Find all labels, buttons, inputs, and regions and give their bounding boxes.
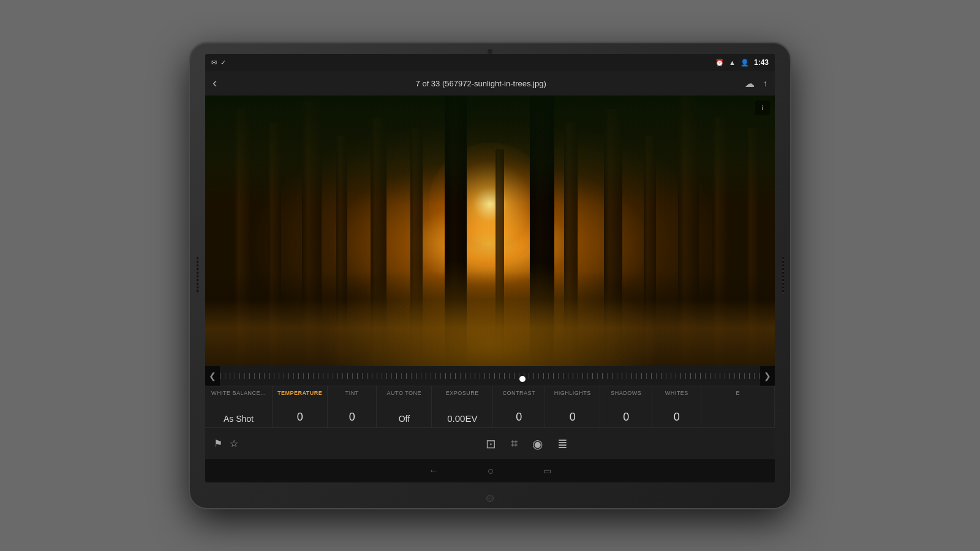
- adj-tint[interactable]: TINT 0: [328, 386, 377, 427]
- time-display: 1:43: [754, 58, 769, 67]
- status-bar-left: ✉ ✓: [211, 59, 226, 67]
- android-nav-bar: ← ○ ▭: [205, 459, 775, 482]
- filmstrip-track[interactable]: [220, 366, 760, 386]
- android-recents-button[interactable]: ▭: [543, 466, 551, 476]
- toolbar-left: ⚑ ☆: [205, 438, 279, 449]
- star-button[interactable]: ☆: [230, 438, 238, 449]
- filmstrip-next-button[interactable]: ❯: [760, 366, 775, 386]
- check-icon: ✓: [221, 59, 226, 67]
- adjustments-bar: WHITE BALANCE... As Shot TEMPERATURE 0 T…: [205, 386, 775, 427]
- overlay-icons: i: [755, 100, 770, 115]
- adj-shadows-label: SHADOWS: [611, 390, 641, 396]
- filmstrip-prev-button[interactable]: ❮: [205, 366, 220, 386]
- adj-auto-tone[interactable]: AUTO TONE Off: [377, 386, 432, 427]
- edit-button[interactable]: ⊡: [486, 437, 496, 451]
- forest-ground: [205, 271, 775, 366]
- adj-auto-tone-label: AUTO TONE: [387, 390, 422, 396]
- adj-white-balance-value: As Shot: [224, 414, 254, 424]
- nav-actions: ☁ ↑: [745, 78, 767, 89]
- android-home-button[interactable]: ○: [488, 465, 494, 478]
- user-icon: 👤: [741, 59, 749, 67]
- status-bar: ✉ ✓ ⏰ ▲ 👤 1:43: [205, 54, 775, 71]
- filmstrip-pointer: [519, 376, 526, 382]
- tablet-shell: ✉ ✓ ⏰ ▲ 👤 1:43 ‹ 7 of 33 (567972-sunligh…: [190, 43, 790, 508]
- photo-image: [205, 96, 775, 366]
- adj-exposure[interactable]: EXPOSURE 0.00EV: [432, 386, 493, 427]
- adj-highlights[interactable]: HIGHLIGHTS 0: [545, 386, 600, 427]
- adj-contrast[interactable]: CONTRAST 0: [493, 386, 545, 427]
- crop-button[interactable]: ⌗: [511, 437, 518, 451]
- adj-tint-value: 0: [349, 411, 355, 424]
- adj-tint-label: TINT: [345, 390, 359, 396]
- adj-shadows-value: 0: [623, 411, 629, 424]
- speaker-left: [192, 245, 202, 306]
- adj-highlights-label: HIGHLIGHTS: [554, 390, 591, 396]
- adj-temperature[interactable]: TEMPERATURE 0: [273, 386, 328, 427]
- adj-exposure-value: 0.00EV: [447, 413, 477, 424]
- adj-exposure-label: EXPOSURE: [446, 390, 479, 396]
- adj-contrast-value: 0: [516, 411, 522, 424]
- adj-shadows[interactable]: SHADOWS 0: [600, 386, 652, 427]
- top-nav: ‹ 7 of 33 (567972-sunlight-in-trees.jpg)…: [205, 71, 775, 96]
- adj-whites-value: 0: [674, 411, 680, 424]
- filter-button[interactable]: ◉: [532, 437, 543, 451]
- wifi-icon: ▲: [729, 59, 736, 66]
- filmstrip: ❮ ❯: [205, 366, 775, 386]
- adj-auto-tone-value: Off: [399, 414, 410, 424]
- home-button-physical[interactable]: [486, 495, 494, 502]
- sliders-button[interactable]: ≣: [557, 437, 568, 451]
- android-back-button[interactable]: ←: [429, 465, 439, 476]
- back-button[interactable]: ‹: [213, 75, 217, 91]
- adj-contrast-label: CONTRAST: [503, 390, 536, 396]
- alarm-icon: ⏰: [715, 59, 724, 67]
- adj-temperature-label: TEMPERATURE: [277, 390, 322, 396]
- adj-more[interactable]: E: [701, 386, 775, 427]
- page-title: 7 of 33 (567972-sunlight-in-trees.jpg): [416, 79, 546, 88]
- adj-temperature-value: 0: [297, 411, 303, 424]
- toolbar-center: ⊡ ⌗ ◉ ≣: [279, 437, 775, 451]
- adj-whites-label: WHITES: [665, 390, 688, 396]
- status-bar-right: ⏰ ▲ 👤 1:43: [715, 58, 769, 67]
- speaker-right: [778, 245, 788, 306]
- flag-button[interactable]: ⚑: [214, 438, 222, 449]
- share-icon[interactable]: ↑: [763, 78, 767, 88]
- adj-white-balance-label: WHITE BALANCE...: [211, 390, 266, 396]
- bottom-toolbar: ⚑ ☆ ⊡ ⌗ ◉ ≣: [205, 427, 775, 459]
- cloud-icon[interactable]: ☁: [745, 78, 755, 89]
- front-camera: [488, 49, 492, 54]
- adj-more-label: E: [736, 390, 740, 396]
- screen: ✉ ✓ ⏰ ▲ 👤 1:43 ‹ 7 of 33 (567972-sunligh…: [205, 54, 775, 482]
- adj-highlights-value: 0: [570, 411, 576, 424]
- message-icon: ✉: [211, 59, 217, 67]
- photo-area[interactable]: i: [205, 96, 775, 366]
- adj-whites[interactable]: WHITES 0: [652, 386, 701, 427]
- adj-white-balance[interactable]: WHITE BALANCE... As Shot: [205, 386, 273, 427]
- info-overlay-icon[interactable]: i: [755, 100, 770, 115]
